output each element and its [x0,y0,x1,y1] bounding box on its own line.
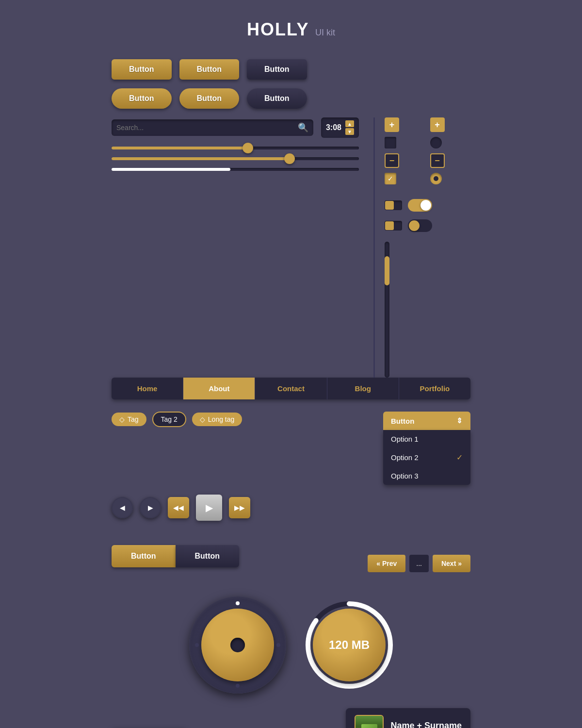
player-rewind-button[interactable]: ◀◀ [168,497,189,518]
knob-dot-right [276,643,280,647]
toggle-row-1 [385,199,470,212]
knob-hole [230,638,245,652]
toggle-square-thumb-1 [385,201,394,210]
button-black-rect-1[interactable]: Button [247,59,307,80]
time-value: 3:08 [326,123,341,132]
dropdown-wrap: Button ⇕ Option 1 Option 2 ✓ Option 3 [383,412,470,485]
checkbox-checked-1[interactable]: ✓ [385,173,396,184]
toggle-square-thumb-2 [385,221,394,230]
tags-left: ◇ Tag Tag 2 ◇ Long tag [112,412,242,427]
button-gold-rect-1[interactable]: Button [112,59,172,80]
toggle-round-on-1[interactable] [408,199,432,212]
user-avatar [355,715,384,728]
button-gold-pill-2[interactable]: Button [179,88,240,109]
user-card: Name + Surname from London, UK. [346,708,470,728]
pagination-row: « Prev ... Next » [368,555,470,572]
nav-item-home[interactable]: Home [112,378,183,399]
tag-icon-3: ◇ [200,415,205,423]
bottom-row: This is a tooltip Name + Surname from Lo… [112,708,470,728]
time-up-button[interactable]: ▲ [345,120,354,127]
title-sub: UI kit [315,28,335,37]
player-next-button[interactable]: ▶ [140,497,161,518]
progress-circle: 120 MB [306,601,393,689]
minus-button-2[interactable]: − [430,153,445,168]
slider-track-2[interactable] [112,157,359,160]
slider-fill-3 [112,168,230,171]
scrollbar-track[interactable] [385,242,389,378]
tab-button-row: Button Button [112,545,239,567]
dropdown-option-label-2: Option 2 [391,453,419,462]
slider-thumb-1[interactable] [242,143,253,153]
toggle-area [385,199,470,232]
dropdown-check-icon: ✓ [456,453,463,462]
dropdown-option-label-3: Option 3 [391,472,419,480]
right-column: + + − − ✓ [373,117,470,378]
slider-track-3[interactable] [112,168,359,171]
bottom-section: 120 MB [112,596,470,694]
pagination-dots[interactable]: ... [409,555,429,572]
scrollbar-thumb[interactable] [385,256,389,285]
title-main: HOLLY [247,19,309,39]
dropdown-option-1[interactable]: Option 1 [383,430,470,448]
button-gold-rect-2[interactable]: Button [179,59,240,80]
search-icon[interactable]: 🔍 [298,122,308,133]
tab-button-1[interactable]: Button [112,545,176,567]
toggle-square-2[interactable] [385,221,402,231]
toggle-round-thumb-on-1 [420,200,431,211]
time-down-button[interactable]: ▼ [345,128,354,135]
toggle-row-2 [385,219,470,232]
player-forward-button[interactable]: ▶▶ [229,497,250,518]
toggle-round-off-1[interactable] [408,219,432,232]
minus-button-1[interactable]: − [385,153,399,168]
toggle-round-thumb-off-1 [409,220,420,231]
tab-button-2[interactable]: Button [176,545,240,567]
tag-label-1: Tag [128,415,139,423]
slider-fill-1 [112,147,248,149]
dropdown-option-3[interactable]: Option 3 [383,467,470,485]
radio-checked-1[interactable] [430,173,442,184]
search-input-wrap[interactable]: 🔍 [112,119,313,136]
knob-inner[interactable] [201,609,274,681]
knob-dot-bottom [236,684,240,688]
progress-value: 120 MB [329,638,370,652]
knob-container[interactable] [189,596,286,694]
pagination-next[interactable]: Next » [433,555,470,572]
user-info: Name + Surname from London, UK. [390,721,462,728]
title-area: HOLLY UI kit [112,19,470,40]
dropdown-label: Button [391,417,414,425]
button-gold-pill-1[interactable]: Button [112,88,172,109]
pagination-prev[interactable]: « Prev [368,555,405,572]
tag-2[interactable]: Tag 2 [152,412,186,427]
tag-1[interactable]: ◇ Tag [112,413,146,426]
nav-bar: Home About Contact Blog Portfolio [112,378,470,399]
buttons-row-2: Button Button Button [112,88,470,109]
tag-3[interactable]: ◇ Long tag [192,413,242,426]
dropdown-option-2[interactable]: Option 2 ✓ [383,448,470,467]
nav-item-contact[interactable]: Contact [255,378,327,399]
dropdown-option-label-1: Option 1 [391,435,419,443]
search-input[interactable] [116,124,298,132]
player-play-button[interactable]: ▶ [196,495,222,521]
player-prev-button[interactable]: ◀ [112,497,133,518]
dropdown-list: Option 1 Option 2 ✓ Option 3 [383,430,470,485]
plus-button-2[interactable]: + [430,117,445,132]
slider-track-1[interactable] [112,147,359,149]
slider-fill-2 [112,157,290,160]
nav-item-blog[interactable]: Blog [327,378,399,399]
slider-thumb-2[interactable] [284,153,295,164]
nav-item-about[interactable]: About [183,378,255,399]
nav-item-portfolio[interactable]: Portfolio [399,378,470,399]
checkbox-unchecked-1[interactable] [385,137,396,149]
input-row: 🔍 3:08 ▲ ▼ [112,117,359,138]
plus-button-1[interactable]: + [385,117,399,132]
knob-dot-left [195,643,199,647]
main-content: 🔍 3:08 ▲ ▼ [112,117,470,378]
dropdown-button[interactable]: Button ⇕ [383,412,470,430]
knob-top-indicator [236,601,240,605]
button-black-pill-1[interactable]: Button [247,88,307,109]
radio-unchecked-1[interactable] [430,137,442,149]
controls-grid: + + − − ✓ [385,117,470,184]
toggle-square-1[interactable] [385,200,402,210]
tag-icon-1: ◇ [119,415,125,423]
dropdown-arrow-icon: ⇕ [456,416,463,425]
